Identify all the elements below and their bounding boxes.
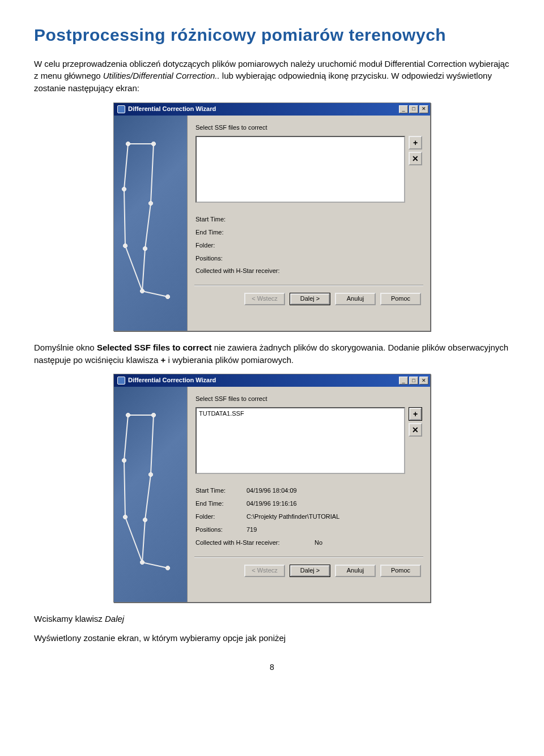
start-time-label: Start Time: <box>196 215 241 224</box>
positions-label: Positions: <box>196 254 241 263</box>
page-title: Postprocessing różnicowy pomiarów tereno… <box>34 23 510 48</box>
titlebar: Differential Correction Wizard _ □ ✕ <box>114 103 430 116</box>
folder-value: C:\Projekty Pathfinder\TUTORIAL <box>241 512 422 522</box>
folder-label: Folder: <box>196 512 241 522</box>
window-name: Selected SSF files to correct <box>97 343 212 352</box>
end-time-value: 04/19/96 19:16:16 <box>241 499 422 509</box>
menu-path: Utilities/Differential Correction.. <box>103 71 220 80</box>
window-title: Differential Correction Wizard <box>128 105 216 114</box>
select-files-label: Select SSF files to correct <box>196 395 422 404</box>
positions-value <box>241 254 422 263</box>
text: i wybierania plików pomiarowych. <box>165 355 294 365</box>
middle-paragraph: Domyślnie okno Selected SSF files to cor… <box>34 341 510 366</box>
app-icon <box>117 105 125 113</box>
add-file-button[interactable]: + <box>409 136 422 150</box>
divider <box>194 285 423 286</box>
help-button[interactable]: Pomoc <box>380 293 421 305</box>
hstar-value <box>298 267 314 276</box>
end-time-label: End Time: <box>196 228 241 237</box>
hstar-value: No <box>298 539 322 548</box>
wizard-sidebar-graphic <box>114 116 188 331</box>
plus-icon: + <box>413 137 418 148</box>
back-button[interactable]: < Wstecz <box>244 565 285 577</box>
start-time-label: Start Time: <box>196 486 241 496</box>
wizard-window-filled: Differential Correction Wizard _ □ ✕ Sel… <box>113 374 431 603</box>
next-button[interactable]: Dalej > <box>290 293 330 305</box>
wizard-sidebar-graphic <box>114 387 188 602</box>
start-time-value: 04/19/96 18:04:09 <box>241 486 422 496</box>
remove-file-button[interactable]: ✕ <box>409 152 422 165</box>
positions-label: Positions: <box>196 526 241 535</box>
text: Wciskamy klawisz <box>34 614 105 623</box>
hstar-label: Collected with H-Star receiver: <box>196 267 298 276</box>
page-number: 8 <box>34 661 510 673</box>
file-list[interactable] <box>196 136 405 203</box>
help-button[interactable]: Pomoc <box>380 565 421 577</box>
close-button[interactable]: ✕ <box>419 377 428 385</box>
cancel-button[interactable]: Anuluj <box>335 565 376 577</box>
folder-value <box>241 241 422 250</box>
intro-paragraph: W celu przeprowadzenia obliczeń dotycząc… <box>34 58 510 95</box>
folder-label: Folder: <box>196 241 241 250</box>
plus-key: + <box>160 355 165 365</box>
plus-icon: + <box>409 408 422 420</box>
divider <box>194 557 423 558</box>
add-file-button[interactable]: + <box>409 407 422 421</box>
x-icon: ✕ <box>412 153 419 164</box>
positions-value: 719 <box>241 526 422 535</box>
hstar-label: Collected with H-Star receiver: <box>196 539 298 548</box>
end-time-label: End Time: <box>196 499 241 509</box>
back-button[interactable]: < Wstecz <box>244 293 285 305</box>
window-title: Differential Correction Wizard <box>128 376 216 385</box>
end-time-value <box>241 228 422 237</box>
file-list[interactable]: TUTDATA1.SSF <box>196 407 405 474</box>
maximize-button[interactable]: □ <box>409 105 418 113</box>
start-time-value <box>241 215 422 224</box>
close-button[interactable]: ✕ <box>419 105 428 113</box>
titlebar: Differential Correction Wizard _ □ ✕ <box>114 374 430 387</box>
minimize-button[interactable]: _ <box>399 377 408 385</box>
remove-file-button[interactable]: ✕ <box>409 423 422 437</box>
press-next-paragraph: Wciskamy klawisz Dalej <box>34 613 510 625</box>
app-icon <box>117 377 125 385</box>
final-paragraph: Wyświetlony zostanie ekran, w którym wyb… <box>34 632 510 644</box>
cancel-button[interactable]: Anuluj <box>335 293 376 305</box>
wizard-window-empty: Differential Correction Wizard _ □ ✕ Sel… <box>113 102 431 331</box>
minimize-button[interactable]: _ <box>399 105 408 113</box>
select-files-label: Select SSF files to correct <box>196 123 422 133</box>
maximize-button[interactable]: □ <box>409 377 418 385</box>
x-icon: ✕ <box>412 424 419 435</box>
next-button[interactable]: Dalej > <box>290 565 330 577</box>
text: Domyślnie okno <box>34 343 97 352</box>
next-key: Dalej <box>105 614 124 623</box>
